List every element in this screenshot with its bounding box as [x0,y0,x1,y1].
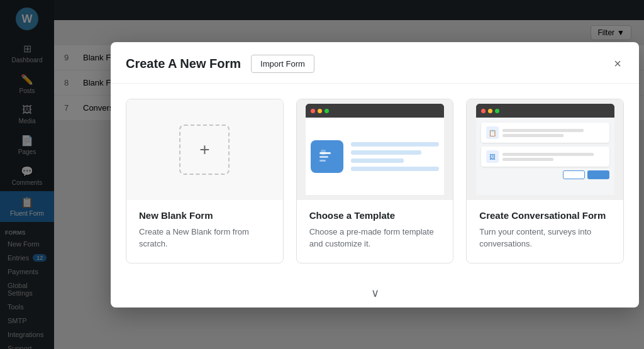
blank-form-info: New Blank Form Create a New Blank form f… [126,200,283,263]
browser-dot-yellow [318,109,322,113]
browser-content [306,118,444,195]
template-card-title: Choose a Template [309,210,441,221]
browser-dot-green [325,109,329,113]
template-preview [297,99,453,200]
conv-button-row [481,170,609,179]
cards-container: + New Blank Form Create a New Blank form… [126,99,624,263]
conv-dot-yellow [488,109,492,113]
svg-rect-3 [321,150,326,155]
conv-icon-1: 📋 [486,126,499,139]
conversational-card-title: Create Conversational Form [479,210,611,221]
modal-body: + New Blank Form Create a New Blank form… [111,84,639,279]
chevron-down-icon[interactable]: ∨ [371,286,379,300]
template-line-3 [351,158,404,163]
modal-close-button[interactable]: × [611,55,624,72]
browser-bar [306,104,444,118]
plus-icon: + [199,140,209,160]
conv-browser-bar [476,104,614,118]
template-card-description: Choose a pre-made form template and cust… [309,226,441,250]
conv-lines-1 [502,129,604,137]
blank-form-description: Create a New Blank form from scratch. [139,226,270,250]
template-line-4 [351,167,439,171]
conv-line-1b [502,134,564,137]
modal-title: Create A New Form [126,57,241,71]
browser-dot-red [311,109,315,113]
blank-form-preview: + [126,99,283,200]
blank-form-icon: + [179,125,230,175]
conv-browser-mockup: 📋 🖼 [476,104,614,195]
wp-admin-background: W ⊞ Dashboard ✏️ Posts 🖼 Media 📄 Pages 💬… [0,0,644,349]
conv-lines-2 [502,153,604,161]
conv-dot-red [481,109,486,113]
conv-line-1a [502,129,584,132]
modal-footer: ∨ [111,279,639,307]
conversational-card[interactable]: 📋 🖼 [466,99,624,263]
conv-content: 📋 🖼 [476,118,614,195]
create-form-modal: Create A New Form Import Form × + New Bl… [111,42,639,307]
import-form-button[interactable]: Import Form [251,55,314,73]
conversational-preview: 📋 🖼 [467,99,623,200]
template-form-icon [311,140,343,173]
modal-header: Create A New Form Import Form × [111,42,639,84]
blank-form-title: New Blank Form [139,210,270,221]
template-line-1 [351,142,439,147]
conv-line-2b [502,158,553,161]
template-card-info: Choose a Template Choose a pre-made form… [297,200,453,263]
template-form-lines [351,142,439,171]
conv-line-2a [502,153,594,156]
form-svg-icon [318,147,336,166]
conversational-card-description: Turn your content, surveys into conversa… [479,226,611,250]
conv-card-item-1: 📋 [481,123,609,143]
conversational-card-info: Create Conversational Form Turn your con… [467,200,623,263]
svg-rect-1 [319,156,328,158]
template-card[interactable]: Choose a Template Choose a pre-made form… [296,99,454,263]
conv-mini-btn-outline [563,170,585,179]
svg-rect-2 [319,160,326,162]
blank-form-card[interactable]: + New Blank Form Create a New Blank form… [126,99,284,263]
conv-icon-2: 🖼 [486,150,499,163]
conv-dot-green [495,109,499,113]
template-line-2 [351,150,421,155]
conv-mini-btn-primary [587,170,609,179]
conv-card-item-2: 🖼 [481,147,609,167]
template-browser-mockup [306,104,444,195]
